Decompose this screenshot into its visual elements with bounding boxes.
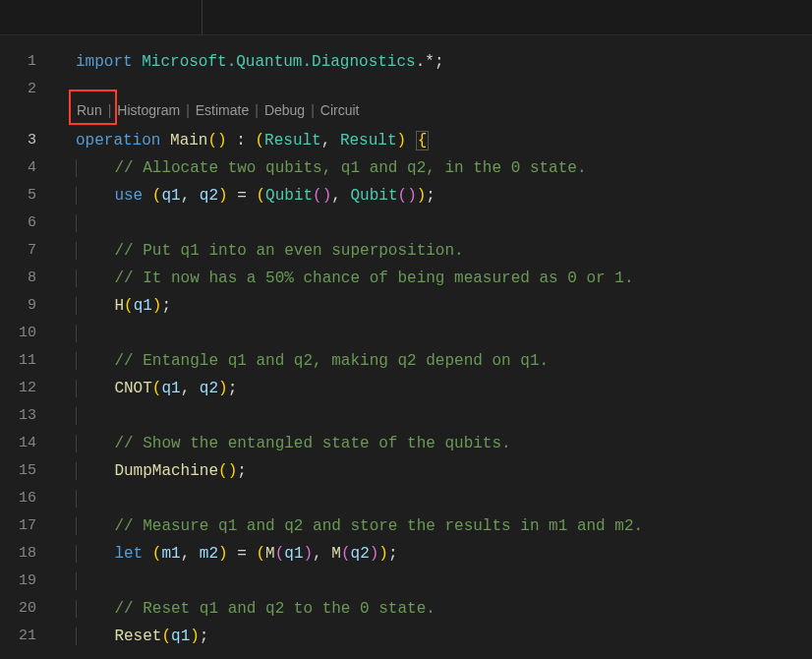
type-result: Result	[340, 132, 397, 150]
var-q1: q1	[161, 187, 180, 205]
code-line[interactable]: CNOT(q1, q2);	[54, 375, 812, 402]
code-line[interactable]	[54, 210, 812, 237]
function-name: Main	[170, 132, 207, 150]
line-number: 19	[0, 568, 54, 595]
rparen: )	[378, 545, 388, 563]
keyword-operation: operation	[76, 132, 160, 150]
code-line[interactable]: // It now has a 50% chance of being meas…	[54, 265, 812, 292]
line-number: 12	[0, 375, 54, 402]
semicolon: ;	[435, 53, 444, 71]
rparen: )	[218, 187, 228, 205]
var-m1: m1	[161, 545, 180, 563]
code-line[interactable]: // Put q1 into an even superposition.	[54, 237, 812, 265]
codelens-histogram[interactable]: Histogram	[117, 102, 180, 118]
code-line[interactable]: Reset(q1);	[54, 623, 812, 650]
line-number: 5	[0, 182, 54, 210]
var-q1: q1	[161, 380, 180, 397]
var-q1: q1	[171, 628, 190, 645]
lparen: (	[218, 462, 228, 480]
lparen: (	[341, 545, 351, 563]
equals: =	[228, 545, 257, 563]
code-line[interactable]: let (m1, m2) = (M(q1), M(q2));	[54, 540, 812, 568]
comma: ,	[321, 132, 340, 150]
lparen: (	[152, 545, 162, 563]
lparen: (	[152, 187, 162, 205]
comma: ,	[181, 380, 200, 397]
code-line[interactable]: // Allocate two qubits, q1 and q2, in th…	[54, 154, 812, 182]
type-qubit: Qubit	[265, 187, 313, 205]
keyword-let: let	[114, 545, 143, 563]
keyword-import: import	[76, 53, 133, 71]
code-line[interactable]	[54, 320, 812, 347]
line-number: 3	[0, 127, 54, 154]
line-number: 20	[0, 595, 54, 623]
line-number: 2	[0, 76, 54, 103]
gate-cnot: CNOT	[114, 380, 151, 397]
code-line[interactable]: // Measure q1 and q2 and store the resul…	[54, 512, 812, 540]
line-number: 4	[0, 154, 54, 182]
code-line[interactable]: DumpMachine();	[54, 457, 812, 485]
comma: ,	[313, 545, 331, 563]
code-line[interactable]: H(q1);	[54, 292, 812, 320]
line-number: 17	[0, 512, 54, 540]
comment: // Allocate two qubits, q1 and q2, in th…	[114, 159, 586, 177]
lparen: (	[398, 187, 408, 205]
codelens-separator: |	[102, 102, 118, 118]
var-q2: q2	[200, 380, 218, 397]
codelens-run[interactable]: Run	[77, 102, 102, 118]
comment: // Entangle q1 and q2, making q2 depend …	[114, 352, 549, 370]
code-line[interactable]: import Microsoft.Quantum.Diagnostics.*;	[54, 48, 812, 76]
lparen: (	[207, 132, 217, 150]
space	[143, 187, 152, 205]
colon: :	[227, 132, 256, 150]
var-q2: q2	[351, 545, 370, 563]
line-number: 8	[0, 265, 54, 292]
var-q1: q1	[134, 297, 152, 315]
line-number: 21	[0, 623, 54, 650]
codelens-estimate[interactable]: Estimate	[196, 102, 249, 118]
lparen: (	[256, 545, 265, 563]
namespace: Microsoft.Quantum.Diagnostics	[142, 53, 415, 71]
lparen: (	[152, 380, 162, 397]
line-number: 16	[0, 485, 54, 512]
rparen: )	[417, 187, 427, 205]
rparen: )	[218, 545, 228, 563]
line-number-blank	[0, 103, 54, 127]
space	[143, 545, 152, 563]
line-number-gutter: 1 2 3 4 5 6 7 8 9 10 11 12 13 14 15 16 1…	[0, 0, 54, 659]
rparen: )	[397, 132, 407, 150]
line-number: 7	[0, 237, 54, 265]
comma: ,	[181, 545, 200, 563]
code-line[interactable]: // Reset q1 and q2 to the 0 state.	[54, 595, 812, 623]
code-line[interactable]	[54, 568, 812, 595]
codelens-debug[interactable]: Debug	[264, 102, 305, 118]
line-number: 14	[0, 430, 54, 457]
lbrace-cursor: {	[416, 131, 430, 150]
code-line[interactable]: // Show the entangled state of the qubit…	[54, 430, 812, 457]
semicolon: ;	[388, 545, 398, 563]
var-q2: q2	[200, 187, 218, 205]
line-number: 13	[0, 402, 54, 430]
code-line[interactable]: use (q1, q2) = (Qubit(), Qubit());	[54, 182, 812, 210]
equals: =	[228, 187, 257, 205]
comment: // Show the entangled state of the qubit…	[114, 435, 510, 452]
codelens-separator: |	[305, 102, 320, 118]
codelens-circuit[interactable]: Circuit	[320, 102, 360, 118]
rparen: )	[228, 462, 238, 480]
rparen: )	[304, 545, 314, 563]
dot: .	[416, 53, 426, 71]
rparen: )	[190, 628, 200, 645]
line-number: 11	[0, 347, 54, 375]
comma: ,	[181, 187, 200, 205]
code-line[interactable]	[54, 402, 812, 430]
line-number: 9	[0, 292, 54, 320]
code-line[interactable]: operation Main() : (Result, Result) {	[54, 127, 812, 154]
semicolon: ;	[426, 187, 435, 205]
code-line[interactable]: // Entangle q1 and q2, making q2 depend …	[54, 347, 812, 375]
code-line[interactable]	[54, 485, 812, 512]
comment: // Reset q1 and q2 to the 0 state.	[114, 600, 435, 618]
semicolon: ;	[200, 628, 209, 645]
rparen: )	[407, 187, 417, 205]
lparen: (	[255, 132, 264, 150]
star: *	[425, 53, 435, 71]
